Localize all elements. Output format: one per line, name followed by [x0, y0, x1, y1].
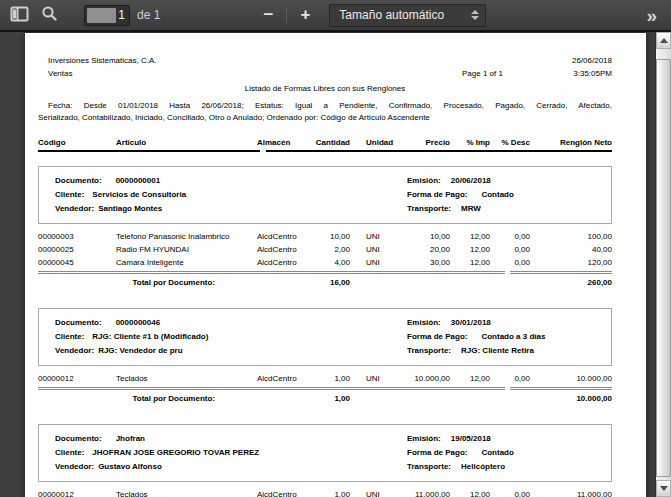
doc1-vendedor: Santiago Montes — [98, 204, 162, 213]
table-row: 00000045 Camara Inteligente AlcdCentro 4… — [38, 256, 612, 269]
cell-imp: 12,00 — [450, 243, 490, 256]
table-row: 00000003 Telefono Panasonic Inalambrico … — [38, 230, 612, 243]
cell-imp: 12,00 — [450, 230, 490, 243]
scroll-down-icon — [660, 486, 668, 491]
cell-imp: 12,00 — [450, 488, 490, 497]
cell-desc: 0,00 — [490, 372, 530, 385]
magnifier-icon — [41, 5, 58, 25]
zoom-out-button[interactable]: − — [256, 4, 280, 26]
document-viewport: Inversiones Sistematicas, C.A. 26/06/201… — [0, 32, 671, 497]
scroll-up-button[interactable] — [656, 32, 671, 49]
sidebar-toggle-icon — [10, 6, 29, 25]
total-cantidad: 16,00 — [298, 277, 350, 289]
doc2-numero: 0000000046 — [116, 318, 161, 327]
header-rule — [38, 150, 612, 152]
zoom-level-select[interactable]: Tamaño automático — [329, 4, 486, 27]
table-row: 00000012 Teclados AlcdCentro 1,00 UNI 11… — [38, 488, 612, 497]
cell-unidad: UNI — [350, 230, 398, 243]
label-vendedor: Vendedor: — [55, 462, 94, 471]
table-row: 00000012 Teclados AlcdCentro 1,00 UNI 10… — [38, 372, 612, 385]
scroll-down-button[interactable] — [656, 480, 671, 497]
cell-articulo: Teclados — [116, 372, 257, 385]
col-cantidad: Cantidad — [298, 137, 350, 148]
report-title: Listado de Formas Libres con sus Renglon… — [38, 83, 612, 95]
table-header-row: Código Artículo Almacén Cantidad Unidad … — [38, 137, 612, 148]
document-rows: 00000003 Telefono Panasonic Inalambrico … — [38, 230, 612, 269]
cell-imp: 12,00 — [450, 256, 490, 269]
cell-neto: 40,00 — [530, 243, 612, 256]
report-filters: Fecha: Desde 01/01/2018 Hasta 26/06/2018… — [38, 100, 612, 124]
sidebar-toggle-button[interactable] — [6, 3, 32, 27]
label-transporte: Transporte: — [407, 462, 451, 471]
toolbar-divider — [286, 8, 287, 23]
select-spinner-icon — [471, 10, 479, 20]
col-almacen: Almacén — [257, 137, 298, 148]
doc1-cliente: Servicios de Consultoria — [92, 190, 186, 199]
label-documento: Documento: — [55, 176, 102, 185]
doc2-vendedor: RJG: Vendedor de pru — [98, 346, 182, 355]
toolbar-more-button[interactable]: » — [646, 6, 657, 25]
cell-almacen: AlcdCentro — [257, 230, 298, 243]
cell-articulo: Camara Inteligente — [116, 256, 257, 269]
doc1-transporte: MRW — [461, 204, 481, 213]
total-neto: 10.000,00 — [530, 393, 612, 405]
vertical-scrollbar[interactable] — [655, 32, 671, 497]
label-transporte: Transporte: — [407, 346, 451, 355]
label-vendedor: Vendedor: — [55, 346, 94, 355]
cell-articulo: Radio FM HYUNDAI — [116, 243, 257, 256]
label-documento: Documento: — [55, 318, 102, 327]
page-input-highlight — [87, 8, 116, 23]
cell-precio: 20,00 — [398, 243, 450, 256]
document-info-box: Documento:Jhofran Emisión:19/05/2018 Cli… — [38, 424, 612, 482]
label-forma-pago: Forma de Pago: — [407, 190, 467, 199]
scrollbar-thumb[interactable] — [656, 59, 671, 477]
zoom-level-value: Tamaño automático — [339, 8, 444, 22]
col-codigo: Código — [38, 137, 116, 148]
cell-unidad: UNI — [350, 488, 398, 497]
label-emision: Emisión: — [407, 318, 441, 327]
cell-unidad: UNI — [350, 256, 398, 269]
cell-desc: 0,00 — [490, 256, 530, 269]
search-button[interactable] — [36, 3, 62, 27]
page-input-value: 1 — [118, 8, 125, 22]
cell-codigo: 00000012 — [38, 488, 116, 497]
cell-articulo: Telefono Panasonic Inalambrico — [116, 230, 257, 243]
cell-imp: 12,00 — [450, 372, 490, 385]
cell-almacen: AlcdCentro — [257, 256, 298, 269]
document-info-box: Documento:0000000001 Emisión:20/06/2018 … — [38, 166, 612, 224]
doc2-cliente: RJG: Cliente #1 b (Modificado) — [92, 332, 208, 341]
cell-cantidad: 1,00 — [298, 372, 350, 385]
report-time: 3:35:05PM — [573, 67, 612, 80]
label-emision: Emisión: — [407, 176, 441, 185]
cell-desc: 0,00 — [490, 243, 530, 256]
doc2-forma-pago: Contado a 3 días — [481, 332, 545, 341]
doc3-transporte: Helicóptero — [461, 462, 505, 471]
doc3-forma-pago: Contado — [481, 448, 513, 457]
document-total-row: Total por Documento: 1,00 10.000,00 — [38, 393, 612, 405]
cell-neto: 120,00 — [530, 256, 612, 269]
col-precio: Precio — [398, 137, 450, 148]
report-page-label: Page 1 of 1 — [462, 67, 503, 80]
cell-unidad: UNI — [350, 243, 398, 256]
document-rows: 00000012 Teclados AlcdCentro 1,00 UNI 11… — [38, 488, 612, 497]
cell-precio: 11.000,00 — [398, 488, 450, 497]
doc3-numero: Jhofran — [116, 434, 145, 443]
col-imp: % Imp — [450, 137, 490, 148]
cell-cantidad: 2,00 — [298, 243, 350, 256]
cell-almacen: AlcdCentro — [257, 243, 298, 256]
cell-cantidad: 1,00 — [298, 488, 350, 497]
pdf-viewer-window: 1 de 1 − + Tamaño automático » Inversion… — [0, 0, 671, 497]
label-cliente: Cliente: — [55, 448, 84, 457]
page-number-input[interactable]: 1 — [84, 5, 130, 26]
filter-line-1: Fecha: Desde 01/01/2018 Hasta 26/06/2018… — [38, 100, 612, 112]
cell-codigo: 00000025 — [38, 243, 116, 256]
doc1-forma-pago: Contado — [481, 190, 513, 199]
page-count-label: de 1 — [137, 8, 160, 22]
col-renglon-neto: Renglón Neto — [530, 137, 612, 148]
doc3-emision: 19/05/2018 — [451, 434, 491, 443]
cell-cantidad: 10,00 — [298, 230, 350, 243]
zoom-in-button[interactable]: + — [293, 4, 317, 26]
cell-almacen: AlcdCentro — [257, 488, 298, 497]
cell-cantidad: 4,00 — [298, 256, 350, 269]
cell-codigo: 00000003 — [38, 230, 116, 243]
